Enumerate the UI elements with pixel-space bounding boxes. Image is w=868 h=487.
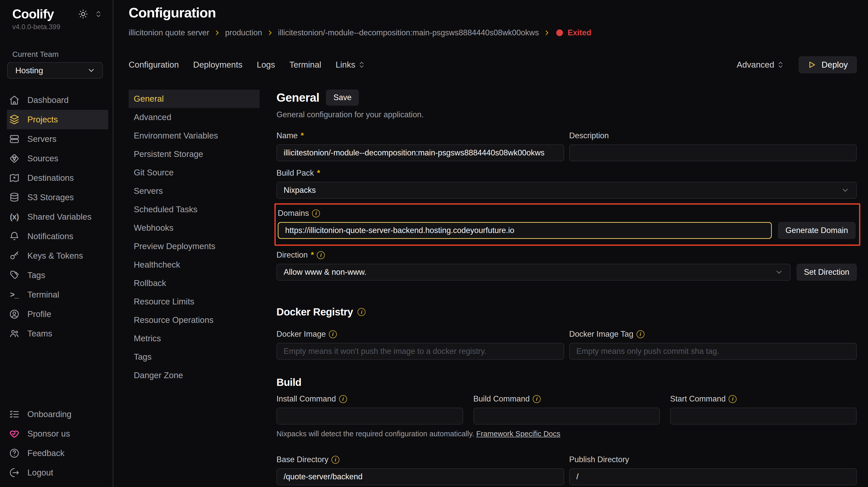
help-circle-icon bbox=[9, 448, 20, 459]
sidebar-item-sponsor-us[interactable]: Sponsor us bbox=[7, 424, 108, 443]
breadcrumb-application[interactable]: illicitestonion/-module--decomposition:m… bbox=[278, 28, 539, 37]
start-command-label: Start Command bbox=[670, 394, 725, 404]
save-button[interactable]: Save bbox=[326, 90, 359, 106]
user-circle-icon bbox=[9, 309, 20, 319]
build-pack-select[interactable]: Nixpacks bbox=[276, 182, 857, 199]
base-directory-label: Base Directory bbox=[276, 455, 329, 464]
required-asterisk: * bbox=[317, 169, 320, 178]
sidebar-item-keys-tokens[interactable]: Keys & Tokens bbox=[7, 246, 108, 265]
sidebar-item-servers[interactable]: Servers bbox=[7, 129, 108, 149]
subnav-item-resource-limits[interactable]: Resource Limits bbox=[129, 292, 259, 311]
sidebar-item-projects[interactable]: Projects bbox=[7, 110, 108, 129]
info-icon: i bbox=[339, 395, 347, 403]
description-input[interactable] bbox=[569, 144, 857, 161]
sidebar-item-destinations[interactable]: Destinations bbox=[7, 168, 108, 188]
sidebar-item-shared-variables[interactable]: (x) Shared Variables bbox=[7, 207, 108, 227]
tab-row: Configuration Deployments Logs Terminal … bbox=[129, 56, 857, 73]
app-logo: Coolify bbox=[12, 7, 54, 22]
docker-image-input[interactable] bbox=[276, 343, 564, 360]
chevron-right-icon bbox=[544, 29, 550, 36]
required-asterisk: * bbox=[301, 131, 304, 140]
sidebar-item-label: Keys & Tokens bbox=[27, 251, 83, 261]
sidebar-item-s3-storages[interactable]: S3 Storages bbox=[7, 188, 108, 207]
map-icon bbox=[9, 173, 20, 183]
sidebar-item-sources[interactable]: Sources bbox=[7, 149, 108, 168]
subnav-item-servers[interactable]: Servers bbox=[129, 182, 259, 200]
deploy-button[interactable]: Deploy bbox=[799, 56, 857, 73]
sidebar-item-notifications[interactable]: Notifications bbox=[7, 227, 108, 246]
build-pack-value: Nixpacks bbox=[284, 185, 316, 195]
breadcrumb-project[interactable]: illicitonion quote server bbox=[129, 28, 209, 37]
subnav-item-general[interactable]: General bbox=[129, 90, 259, 108]
deploy-button-label: Deploy bbox=[822, 60, 848, 70]
sidebar: Coolify v4.0.0-beta.399 Current Team Hos… bbox=[0, 0, 114, 487]
generate-domain-button[interactable]: Generate Domain bbox=[778, 222, 856, 239]
subnav-item-scheduled-tasks[interactable]: Scheduled Tasks bbox=[129, 200, 259, 219]
base-directory-input[interactable] bbox=[276, 468, 564, 485]
subnav-item-healthcheck[interactable]: Healthcheck bbox=[129, 256, 259, 274]
docker-image-tag-label: Docker Image Tag bbox=[569, 330, 633, 339]
current-team-label: Current Team bbox=[0, 31, 113, 62]
subnav-item-rollback[interactable]: Rollback bbox=[129, 274, 259, 292]
chevrons-up-down-icon bbox=[358, 61, 366, 68]
build-command-input[interactable] bbox=[473, 408, 660, 425]
publish-directory-input[interactable] bbox=[569, 468, 857, 485]
sidebar-item-label: Destinations bbox=[27, 173, 74, 183]
theme-chevrons-up-down-icon[interactable] bbox=[95, 10, 102, 18]
set-direction-button[interactable]: Set Direction bbox=[797, 264, 857, 281]
docker-image-label: Docker Image bbox=[276, 330, 326, 339]
subnav-item-danger-zone[interactable]: Danger Zone bbox=[129, 366, 259, 384]
team-select[interactable]: Hosting bbox=[7, 62, 103, 79]
breadcrumb-environment[interactable]: production bbox=[225, 28, 262, 37]
sidebar-item-onboarding[interactable]: Onboarding bbox=[7, 405, 108, 424]
build-pack-label: Build Pack bbox=[276, 169, 314, 178]
variables-icon: (x) bbox=[9, 212, 20, 222]
install-command-input[interactable] bbox=[276, 408, 463, 425]
play-icon bbox=[808, 60, 816, 69]
start-command-input[interactable] bbox=[670, 408, 857, 425]
nixpacks-note: Nixpacks will detect the required config… bbox=[276, 430, 857, 438]
docker-image-tag-input[interactable] bbox=[569, 343, 857, 360]
subnav-item-environment-variables[interactable]: Environment Variables bbox=[129, 126, 259, 145]
name-input[interactable] bbox=[276, 144, 564, 161]
tab-links[interactable]: Links bbox=[336, 60, 366, 70]
subnav-item-preview-deployments[interactable]: Preview Deployments bbox=[129, 237, 259, 256]
sidebar-item-label: S3 Storages bbox=[27, 193, 74, 202]
tab-configuration[interactable]: Configuration bbox=[129, 60, 179, 70]
subnav-item-metrics[interactable]: Metrics bbox=[129, 329, 259, 348]
domains-input[interactable] bbox=[278, 222, 772, 239]
direction-label: Direction bbox=[276, 250, 308, 260]
direction-select[interactable]: Allow www & non-www. bbox=[276, 264, 790, 281]
theme-sun-icon[interactable] bbox=[78, 9, 88, 19]
tab-terminal[interactable]: Terminal bbox=[289, 60, 321, 70]
subnav-item-persistent-storage[interactable]: Persistent Storage bbox=[129, 145, 259, 163]
advanced-menu[interactable]: Advanced bbox=[737, 60, 784, 70]
sidebar-nav: Dashboard Projects Servers Sources Desti… bbox=[0, 90, 113, 343]
sidebar-item-dashboard[interactable]: Dashboard bbox=[7, 90, 108, 110]
app-version: v4.0.0-beta.399 bbox=[0, 22, 113, 31]
page-title: Configuration bbox=[129, 5, 857, 21]
status-badge: Exited bbox=[567, 28, 591, 37]
main-content: Configuration illicitonion quote server … bbox=[114, 0, 868, 487]
sidebar-item-teams[interactable]: Teams bbox=[7, 324, 108, 343]
general-form: General Save General configuration for y… bbox=[276, 90, 857, 487]
framework-docs-link[interactable]: Framework Specific Docs bbox=[476, 430, 560, 438]
section-subtitle: General configuration for your applicati… bbox=[276, 110, 857, 119]
subnav-item-resource-operations[interactable]: Resource Operations bbox=[129, 311, 259, 329]
logo-row: Coolify bbox=[0, 0, 113, 22]
section-heading-build: Build bbox=[276, 377, 301, 388]
subnav-item-advanced[interactable]: Advanced bbox=[129, 108, 259, 126]
sidebar-item-feedback[interactable]: Feedback bbox=[7, 443, 108, 463]
subnav-item-webhooks[interactable]: Webhooks bbox=[129, 219, 259, 237]
tab-logs[interactable]: Logs bbox=[257, 60, 275, 70]
subnav-item-tags[interactable]: Tags bbox=[129, 348, 259, 366]
subnav-item-git-source[interactable]: Git Source bbox=[129, 163, 259, 182]
sidebar-item-profile[interactable]: Profile bbox=[7, 305, 108, 324]
sidebar-item-logout[interactable]: Logout bbox=[7, 463, 108, 482]
section-heading-general: General bbox=[276, 91, 319, 105]
info-icon: i bbox=[728, 395, 737, 403]
sidebar-item-tags[interactable]: Tags bbox=[7, 265, 108, 285]
sidebar-item-label: Servers bbox=[27, 134, 57, 144]
tab-deployments[interactable]: Deployments bbox=[193, 60, 243, 70]
sidebar-item-terminal[interactable]: >_ Terminal bbox=[7, 285, 108, 305]
